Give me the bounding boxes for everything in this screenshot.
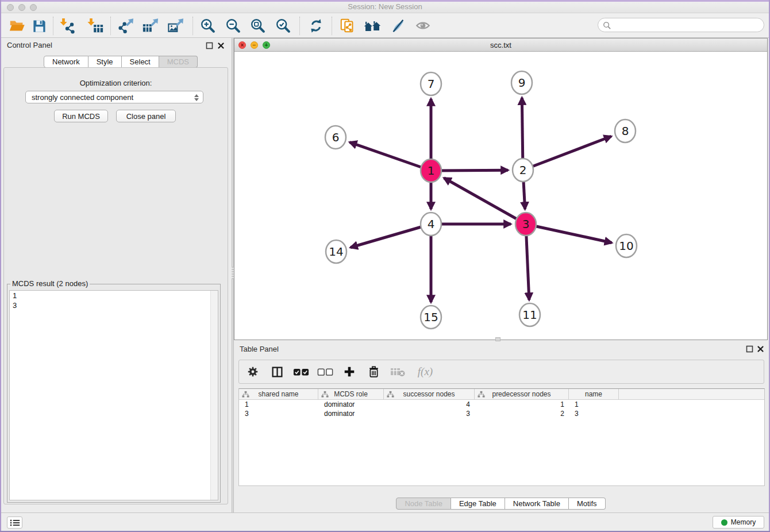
graph-node-1[interactable]: 1 xyxy=(421,159,441,182)
delete-row-button[interactable] xyxy=(365,364,382,380)
table-panel-float-icon[interactable] xyxy=(746,345,753,353)
graph-node-label: 4 xyxy=(428,217,435,231)
import-table-icon xyxy=(87,17,104,34)
graph-edge-1-6[interactable] xyxy=(350,142,431,171)
graph-node-14[interactable]: 14 xyxy=(326,240,346,263)
select-all-button[interactable] xyxy=(293,364,309,380)
node-table: shared name MCDS role successor nodes pr… xyxy=(238,388,765,486)
graph-node-7[interactable]: 7 xyxy=(421,72,441,95)
hide-graphics-details-button[interactable] xyxy=(413,16,433,36)
graph-svg[interactable]: 1234678910111415 xyxy=(234,52,767,340)
show-graphics-details-button[interactable] xyxy=(387,16,408,36)
graph-node-label: 2 xyxy=(519,163,527,177)
export-image-button[interactable] xyxy=(165,16,186,36)
network-overview-button[interactable] xyxy=(362,16,383,36)
memory-status-icon xyxy=(721,519,727,526)
deselect-all-button[interactable] xyxy=(317,364,333,380)
cell-name: 1 xyxy=(569,400,619,409)
tab-network-table[interactable]: Network Table xyxy=(505,498,569,510)
column-header-mcds-role[interactable]: MCDS role xyxy=(318,389,384,399)
add-column-button[interactable] xyxy=(341,364,357,380)
control-panel-close-icon[interactable] xyxy=(217,42,225,49)
table-row[interactable]: 1 dominator 4 1 1 xyxy=(239,400,764,409)
close-panel-button[interactable]: Close panel xyxy=(116,110,176,122)
search-icon xyxy=(603,21,611,30)
show-columns-button[interactable] xyxy=(269,364,285,380)
column-label: name xyxy=(585,390,602,398)
cell-name: 3 xyxy=(569,409,619,418)
graph-node-label: 6 xyxy=(332,130,340,144)
add-icon xyxy=(343,365,356,378)
graph-edge-3-1[interactable] xyxy=(444,178,526,224)
function-builder-button[interactable]: f(x) xyxy=(414,364,437,380)
cell-mcds-role: dominator xyxy=(318,400,384,409)
graph-node-8[interactable]: 8 xyxy=(615,119,636,142)
tab-style[interactable]: Style xyxy=(88,56,122,68)
save-session-button[interactable] xyxy=(29,16,49,36)
optimization-criterion-value: strongly connected component xyxy=(32,93,133,102)
column-header-shared-name[interactable]: shared name xyxy=(239,389,318,399)
graph-edge-1-2[interactable] xyxy=(431,170,508,171)
column-header-successor-nodes[interactable]: successor nodes xyxy=(384,389,475,399)
table-row[interactable]: 3 dominator 3 2 3 xyxy=(239,409,764,418)
network-window-titlebar[interactable]: × − + scc.txt xyxy=(234,38,767,52)
table-panel-close-icon[interactable] xyxy=(757,345,764,353)
search-input[interactable] xyxy=(614,20,758,30)
import-table-button[interactable] xyxy=(85,16,106,36)
mcds-result-group: MCDS result (2 nodes) 1 3 xyxy=(7,284,221,503)
graph-node-2[interactable]: 2 xyxy=(513,159,533,182)
zoom-in-button[interactable] xyxy=(198,16,218,36)
apply-layout-button[interactable] xyxy=(306,16,326,36)
zoom-out-icon xyxy=(225,17,242,34)
graph-node-11[interactable]: 11 xyxy=(519,303,540,326)
zoom-selected-button[interactable] xyxy=(273,16,294,36)
graph-node-4[interactable]: 4 xyxy=(421,213,441,236)
mcds-result-list[interactable]: 1 3 xyxy=(9,290,218,500)
graph-node-label: 9 xyxy=(518,76,526,90)
export-table-button[interactable] xyxy=(140,16,161,36)
node-table-header: shared name MCDS role successor nodes pr… xyxy=(239,389,764,400)
import-network-icon xyxy=(59,17,76,34)
column-header-name[interactable]: name xyxy=(569,389,619,399)
graph-node-15[interactable]: 15 xyxy=(421,306,441,329)
graph-node-6[interactable]: 6 xyxy=(325,126,346,149)
graph-node-9[interactable]: 9 xyxy=(511,71,532,94)
cell-successor-nodes: 4 xyxy=(384,400,475,409)
column-label: shared name xyxy=(258,390,298,398)
delete-column-button[interactable] xyxy=(390,364,406,380)
zoom-fit-button[interactable] xyxy=(248,16,268,36)
columns-icon xyxy=(271,366,283,378)
import-network-button[interactable] xyxy=(57,16,78,36)
memory-button[interactable]: Memory xyxy=(713,516,764,529)
column-header-predecessor-nodes[interactable]: predecessor nodes xyxy=(475,389,569,399)
network-canvas[interactable]: 1234678910111415 xyxy=(234,52,767,340)
run-mcds-button[interactable]: Run MCDS xyxy=(54,110,108,122)
control-panel-float-icon[interactable] xyxy=(206,42,213,49)
zoom-out-button[interactable] xyxy=(223,16,244,36)
task-history-button[interactable] xyxy=(7,516,22,529)
tab-select[interactable]: Select xyxy=(122,56,159,68)
optimization-criterion-select[interactable]: strongly connected component xyxy=(25,91,203,103)
graph-edge-4-14[interactable] xyxy=(351,224,431,248)
tab-edge-table[interactable]: Edge Table xyxy=(451,498,505,510)
tab-mcds[interactable]: MCDS xyxy=(159,56,198,68)
tab-node-table[interactable]: Node Table xyxy=(396,498,451,510)
graph-edge-3-10[interactable] xyxy=(526,224,612,242)
tab-motifs[interactable]: Motifs xyxy=(569,498,606,510)
horizontal-splitter-handle[interactable] xyxy=(495,337,500,341)
graph-node-label: 14 xyxy=(329,245,343,259)
clone-network-button[interactable] xyxy=(337,16,358,36)
graph-edge-2-8[interactable] xyxy=(523,136,611,170)
open-session-button[interactable] xyxy=(7,16,28,36)
eye-icon xyxy=(414,17,432,34)
graph-node-label: 7 xyxy=(428,77,435,91)
tab-network[interactable]: Network xyxy=(44,56,88,68)
result-scrollbar[interactable] xyxy=(210,291,218,500)
export-network-button[interactable] xyxy=(116,16,136,36)
graph-node-3[interactable]: 3 xyxy=(515,213,536,236)
column-type-icon xyxy=(478,391,485,398)
save-session-icon xyxy=(32,18,47,34)
table-settings-button[interactable] xyxy=(245,364,261,380)
graph-node-10[interactable]: 10 xyxy=(616,234,637,257)
search-field[interactable] xyxy=(598,18,764,32)
